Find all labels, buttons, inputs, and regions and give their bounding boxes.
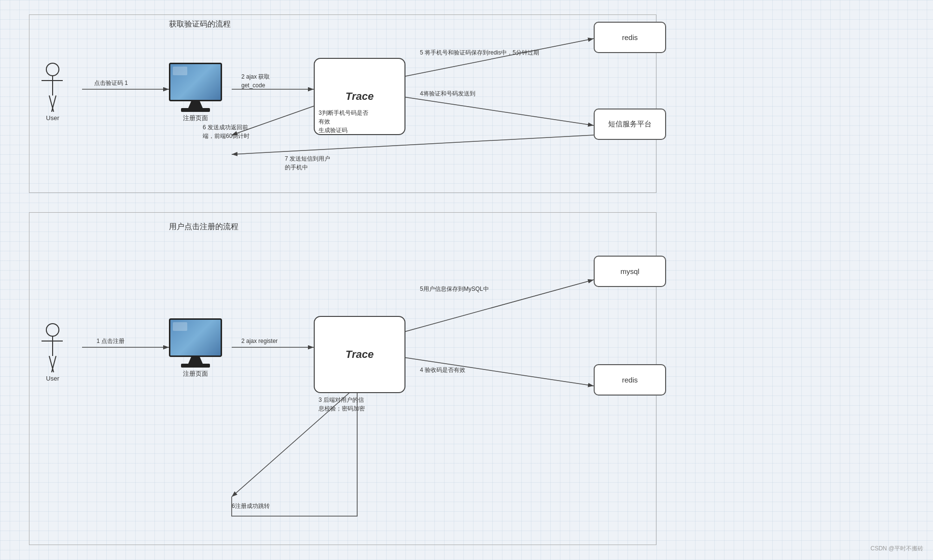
stick-body-1 xyxy=(52,76,53,96)
stick-head-2 xyxy=(46,323,59,337)
arrow-label-s1-5: 4将验证和号码发送到 xyxy=(420,89,475,98)
section1-title: 获取验证码的流程 xyxy=(169,19,231,29)
section2-title: 用户点击注册的流程 xyxy=(169,222,238,232)
arrow-label-s2-6: 6注册成功跳转 xyxy=(232,502,270,510)
user-figure-1: User xyxy=(46,63,59,122)
arrow-label-s1-4: 5 将手机号和验证码保存到redis中，5分钟过期 xyxy=(420,48,539,57)
user-label-2: User xyxy=(46,375,59,382)
stick-arms-2 xyxy=(42,341,63,341)
arrow-label-s1-7: 7 发送短信到用户 的手机中 xyxy=(285,154,330,172)
stick-legs-1 xyxy=(49,96,56,112)
stick-legs-2 xyxy=(49,356,56,373)
monitor-shine-1 xyxy=(173,67,187,75)
monitor-label-1: 注册页面 xyxy=(183,114,208,123)
arrow-label-s2-1: 1 点击注册 xyxy=(97,337,125,345)
mysql-box: mysql xyxy=(594,256,666,287)
watermark: CSDN @平时不搬砖 xyxy=(870,545,923,553)
user-label-1: User xyxy=(46,114,59,122)
canvas: 获取验证码的流程 User 注册页面 Trace redis 短信服务平台 点击… xyxy=(0,0,933,560)
monitor-2: 注册页面 xyxy=(169,318,222,378)
arrow-label-s2-4: 5用户信息保存到MySQL中 xyxy=(420,285,489,293)
monitor-stand-2 xyxy=(188,357,203,364)
sms-label: 短信服务平台 xyxy=(608,120,652,129)
monitor-1: 注册页面 xyxy=(169,63,222,123)
arrow-label-s1-3: 3判断手机号码是否 有效 生成验证码 xyxy=(319,109,368,135)
monitor-label-2: 注册页面 xyxy=(183,369,208,378)
arrow-label-s1-1: 点击验证码 1 xyxy=(94,79,128,87)
redis-box-2: redis xyxy=(594,364,666,396)
sms-box: 短信服务平台 xyxy=(594,109,666,140)
stick-head-1 xyxy=(46,63,59,76)
monitor-screen-2 xyxy=(169,318,222,357)
trace-label-1: Trace xyxy=(346,90,374,103)
trace-box-2: Trace xyxy=(314,316,405,393)
user-figure-2: User xyxy=(46,323,59,382)
monitor-base-1 xyxy=(181,108,210,112)
trace-label-2: Trace xyxy=(346,348,374,361)
mysql-label: mysql xyxy=(620,267,639,275)
arrow-label-s2-5: 4 验收码是否有效 xyxy=(420,366,465,374)
monitor-stand-1 xyxy=(188,101,203,108)
stick-body-2 xyxy=(52,337,53,356)
stick-arms-1 xyxy=(42,80,63,81)
arrow-label-s1-6: 6 发送成功返回前 端，前端60倒计时 xyxy=(203,123,250,140)
redis-box-1: redis xyxy=(594,22,666,53)
monitor-screen-1 xyxy=(169,63,222,101)
redis-label-1: redis xyxy=(622,33,638,41)
monitor-base-2 xyxy=(181,364,210,368)
redis-label-2: redis xyxy=(622,376,638,384)
monitor-shine-2 xyxy=(173,322,187,331)
arrow-label-s2-3: 3 后端对用户的信 息校验；密码加密 xyxy=(319,396,365,413)
arrow-label-s1-2: 2 ajax 获取 get_code xyxy=(241,72,270,90)
arrow-label-s2-2: 2 ajax register xyxy=(241,337,278,345)
